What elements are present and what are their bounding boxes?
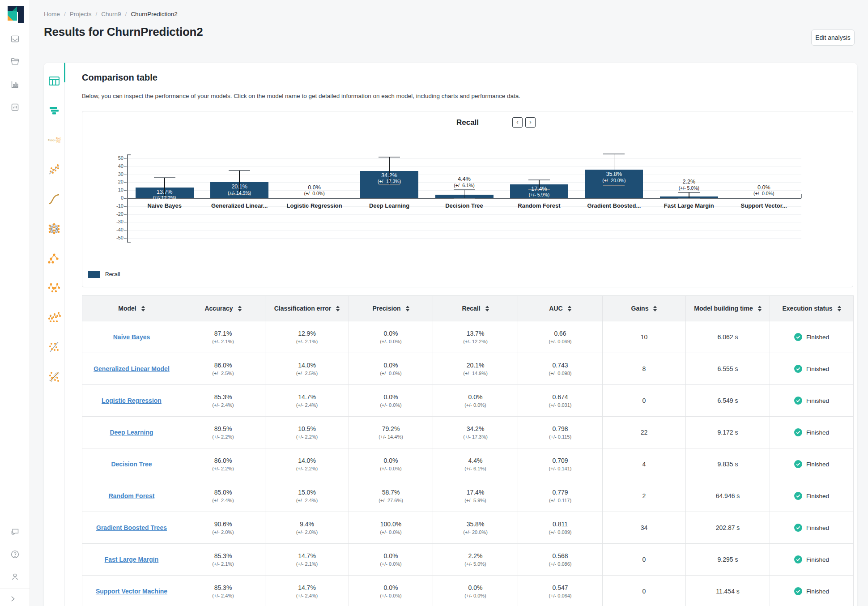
model-rail-item-decision-tree[interactable] (44, 244, 65, 274)
breadcrumb-item[interactable]: Home (44, 11, 60, 17)
status-text: Finished (806, 493, 829, 499)
status-text: Finished (806, 556, 829, 563)
breadcrumb-item[interactable]: ChurnPrediction2 (131, 11, 177, 17)
x-axis-label: Logistic Regression (277, 202, 352, 209)
building-time-cell: 9.172 s (686, 417, 770, 448)
error-bar-cap (454, 198, 475, 199)
column-header-precision[interactable]: Precision (349, 296, 433, 321)
model-link[interactable]: Random Forest (109, 492, 155, 499)
precision-cell: 58.7%(+/- 27.6%) (349, 480, 433, 512)
sort-icon[interactable] (406, 306, 409, 312)
model-link[interactable]: Fast Large Margin (105, 556, 159, 563)
model-rail-item-model-comparison[interactable] (44, 97, 65, 126)
bar-value-label: 20.1%(+/- 14.9%) (204, 184, 275, 195)
chart-title: Recall (82, 118, 853, 127)
y-tick-mark (124, 230, 127, 230)
y-tick-mark (124, 175, 127, 175)
content-area: Comparison table Below, you can inspect … (65, 63, 857, 606)
breadcrumb-item[interactable]: Churn9 (101, 11, 121, 17)
model-link[interactable]: Deep Learning (110, 429, 153, 436)
model-link[interactable]: Support Vector Machine (96, 588, 167, 595)
chart-next-button[interactable]: › (525, 117, 536, 128)
model-link[interactable]: Naive Bayes (113, 333, 150, 341)
breadcrumb: Home/Projects/Churn9/ChurnPrediction2 (44, 11, 178, 17)
recall-cell: 17.4%(+/- 5.9%) (433, 480, 518, 512)
rail-item-inbox[interactable] (9, 34, 20, 45)
column-header-auc[interactable]: AUC (518, 296, 603, 321)
model-rail-item-naive-bayes[interactable]: P(c|x)=P(x|c)P(x) (44, 126, 65, 156)
model-rail-item-gradient-boosted-trees[interactable] (44, 303, 65, 333)
model-link[interactable]: Decision Tree (111, 461, 152, 468)
bar-chart-icon (10, 80, 20, 91)
auc-cell: 0.798(+/- 0.115) (518, 417, 603, 448)
column-header-recall[interactable]: Recall (433, 296, 518, 321)
breadcrumb-item[interactable]: Projects (70, 11, 92, 17)
model-link[interactable]: Logistic Regression (102, 397, 162, 404)
model-rail-item-support-vector-machine[interactable] (44, 363, 65, 392)
column-header-classification-error[interactable]: Classification error (265, 296, 349, 321)
rail-item-reports[interactable] (9, 102, 20, 113)
app-logo[interactable] (6, 5, 24, 23)
status-cell: Finished (770, 353, 854, 385)
column-header-gains[interactable]: Gains (603, 296, 686, 321)
gridline (127, 214, 801, 215)
sort-icon[interactable] (838, 306, 841, 312)
recall-cell: 2.2%(+/- 5.0%) (433, 544, 518, 576)
model-cell: Logistic Regression (82, 385, 181, 417)
precision-cell: 79.2%(+/- 14.4%) (349, 417, 433, 448)
expand-sidebar-button[interactable] (7, 594, 18, 605)
sort-icon[interactable] (336, 306, 340, 312)
building-time-cell: 6.549 s (686, 385, 770, 417)
y-axis (127, 154, 128, 242)
rail-item-charts[interactable] (9, 80, 20, 90)
bar-value-label: 34.2%(+/- 17.3%) (353, 172, 425, 184)
column-header-accuracy[interactable]: Accuracy (181, 296, 265, 321)
sort-icon[interactable] (758, 306, 762, 312)
edit-analysis-button[interactable]: Edit analysis (811, 30, 855, 46)
model-rail-item-comparison-table[interactable] (44, 67, 65, 97)
y-tick-mark (124, 166, 127, 167)
auc-cell: 0.779(+/- 0.117) (518, 480, 603, 512)
chart-prev-button[interactable]: ‹ (512, 117, 523, 128)
model-rail-item-fast-large-margin[interactable] (44, 333, 65, 363)
y-tick-label: 40 (108, 163, 123, 169)
sort-icon[interactable] (568, 306, 571, 312)
sort-icon[interactable] (653, 306, 657, 312)
column-header-execution-status[interactable]: Execution status (770, 296, 854, 321)
column-header-model[interactable]: Model (82, 296, 181, 321)
bar-value-label: 13.7%(+/- 12.2%) (129, 189, 200, 201)
y-tick-label: 10 (108, 187, 123, 192)
rail-item-help[interactable] (9, 550, 20, 560)
sort-icon[interactable] (485, 306, 489, 312)
x-axis-label: Generalized Linear... (202, 202, 277, 209)
classification-error-cell: 12.9%(+/- 2.1%) (265, 321, 349, 353)
model-rail-item-logistic-regression[interactable] (44, 185, 65, 215)
sort-icon[interactable] (141, 306, 145, 312)
precision-cell: 0.0%(+/- 0.0%) (349, 385, 433, 417)
model-link[interactable]: Gradient Boosted Trees (96, 524, 167, 531)
y-tick-label: 0 (108, 195, 123, 201)
model-rail-item-generalized-linear-model[interactable] (44, 156, 65, 185)
recall-cell: 0.0%(+/- 0.0%) (433, 385, 518, 417)
model-link[interactable]: Generalized Linear Model (94, 365, 170, 372)
chart-legend: Recall (88, 271, 120, 278)
auc-cell: 0.743(+/- 0.098) (518, 353, 603, 385)
error-bar-line (464, 190, 465, 198)
rail-item-feedback[interactable] (9, 527, 20, 538)
rail-item-projects[interactable] (9, 57, 20, 68)
chevron-right-icon: › (529, 119, 531, 125)
model-rail-item-random-forest[interactable] (44, 274, 65, 303)
sort-icon[interactable] (238, 306, 242, 312)
model-cell: Decision Tree (82, 448, 181, 480)
status-cell: Finished (770, 512, 854, 544)
error-bar-cap (603, 185, 625, 186)
rail-bottom-group (0, 527, 30, 583)
help-icon (10, 550, 20, 561)
rail-item-account[interactable] (9, 572, 20, 583)
gains-cell: 4 (603, 448, 686, 480)
precision-cell: 0.0%(+/- 0.0%) (349, 448, 433, 480)
report-icon (10, 102, 20, 114)
model-rail-item-deep-learning[interactable] (44, 215, 65, 244)
column-header-model-building-time[interactable]: Model building time (686, 296, 770, 321)
table-row: Deep Learning 89.5%(+/- 2.2%) 10.5%(+/- … (82, 417, 854, 448)
